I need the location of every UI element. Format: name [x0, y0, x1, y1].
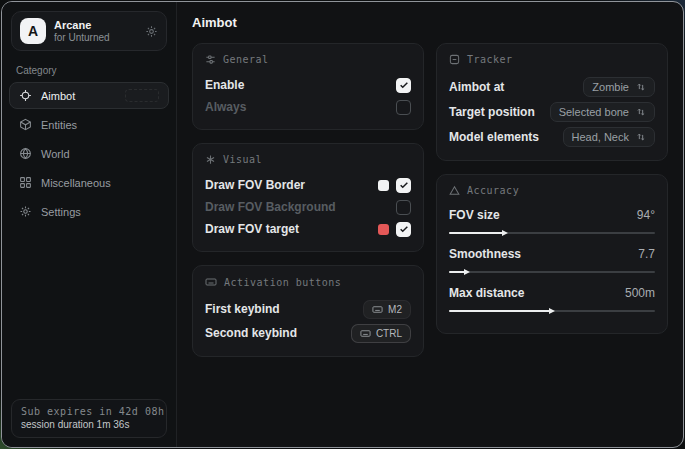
fov-border-row: Draw FOV Border — [205, 174, 411, 196]
app-window: A Arcane for Unturned Category — [1, 1, 684, 448]
smoothness-value: 7.7 — [638, 247, 655, 261]
sidebar-item-world[interactable]: World — [9, 140, 169, 167]
swap-arrows-icon — [636, 107, 646, 117]
fov-size-value: 94° — [637, 208, 655, 222]
sidebar: A Arcane for Unturned Category — [2, 2, 177, 447]
target-position-select[interactable]: Selected bone — [550, 102, 655, 122]
fov-target-row: Draw FOV target — [205, 218, 411, 240]
check-icon — [399, 180, 409, 190]
accuracy-card: Accuracy FOV size 94° Smoothness — [436, 174, 668, 334]
tracker-title: Tracker — [467, 54, 513, 65]
general-header: General — [205, 54, 411, 65]
sidebar-item-entities[interactable]: Entities — [9, 111, 169, 138]
always-label: Always — [205, 100, 246, 114]
target-position-row: Target position Selected bone — [449, 99, 655, 124]
fov-border-checkbox[interactable] — [396, 178, 411, 193]
app-logo: A — [20, 18, 46, 44]
general-title: General — [223, 54, 269, 65]
smoothness-label: Smoothness — [449, 247, 521, 261]
first-keybind-row: First keybind M2 — [205, 297, 411, 321]
always-row: Always — [205, 96, 411, 118]
slider-fill — [449, 310, 550, 312]
keyboard-icon — [372, 304, 383, 315]
fov-target-label: Draw FOV target — [205, 222, 299, 236]
right-column: Tracker Aimbot at Zombie — [436, 43, 668, 334]
max-distance-label: Max distance — [449, 286, 524, 300]
fov-background-label: Draw FOV Background — [205, 200, 336, 214]
settings-gear-icon — [19, 205, 32, 218]
max-distance-value: 500m — [625, 286, 655, 300]
model-elements-label: Model elements — [449, 130, 539, 144]
grid-icon — [19, 176, 32, 189]
sidebar-item-aimbot[interactable]: Aimbot — [9, 82, 169, 109]
second-keybind-label: Second keybind — [205, 326, 297, 340]
category-nav: Aimbot Entities — [2, 82, 176, 225]
tracker-card: Tracker Aimbot at Zombie — [436, 43, 668, 161]
sidebar-item-label: Entities — [41, 119, 77, 131]
always-checkbox[interactable] — [396, 100, 411, 115]
fov-size-slider[interactable] — [449, 232, 655, 234]
page-title: Aimbot — [192, 15, 668, 30]
check-icon — [399, 80, 409, 90]
ghost-badge — [125, 89, 159, 102]
session-duration-text: session duration 1m 36s — [21, 419, 157, 430]
activation-title: Activation buttons — [224, 277, 341, 288]
activation-card: Activation buttons First keybind — [192, 265, 424, 357]
target-position-value: Selected bone — [559, 106, 629, 118]
smoothness-slider[interactable] — [449, 271, 655, 273]
keyboard-icon — [360, 328, 371, 339]
sidebar-item-miscellaneous[interactable]: Miscellaneous — [9, 169, 169, 196]
enable-checkbox[interactable] — [396, 78, 411, 93]
max-distance-slider[interactable] — [449, 310, 655, 312]
fov-target-checkbox[interactable] — [396, 222, 411, 237]
fov-target-color-swatch[interactable] — [378, 224, 389, 235]
second-keybind-button[interactable]: CTRL — [351, 324, 411, 343]
aimbot-at-select[interactable]: Zombie — [583, 77, 655, 97]
gear-icon[interactable] — [145, 25, 158, 38]
fov-border-label: Draw FOV Border — [205, 178, 305, 192]
sub-expires-text: Sub expires in 42d 08h — [21, 406, 157, 417]
fov-border-color-swatch[interactable] — [378, 180, 389, 191]
visual-title: Visual — [223, 154, 262, 165]
fov-background-checkbox[interactable] — [396, 200, 411, 215]
model-elements-row: Model elements Head, Neck — [449, 124, 655, 149]
target-position-label: Target position — [449, 105, 535, 119]
left-column: General Enable Always — [192, 43, 424, 357]
enable-label: Enable — [205, 78, 244, 92]
sidebar-item-label: Aimbot — [41, 90, 75, 102]
triangle-icon — [449, 185, 460, 196]
logo-card: A Arcane for Unturned — [11, 11, 167, 51]
main-panel: Aimbot General — [177, 2, 683, 447]
category-label: Category — [16, 65, 176, 76]
sidebar-item-label: Settings — [41, 206, 81, 218]
keybind-value: CTRL — [376, 328, 402, 339]
check-icon — [399, 224, 409, 234]
crosshair-icon — [19, 89, 32, 102]
subscription-status-card: Sub expires in 42d 08h session duration … — [11, 399, 167, 438]
accuracy-header: Accuracy — [449, 185, 655, 196]
swap-arrows-icon — [636, 82, 646, 92]
tracker-header: Tracker — [449, 54, 655, 65]
model-elements-select[interactable]: Head, Neck — [563, 127, 655, 147]
sidebar-item-settings[interactable]: Settings — [9, 198, 169, 225]
accuracy-title: Accuracy — [467, 185, 519, 196]
swap-arrows-icon — [636, 132, 646, 142]
box-minus-icon — [449, 54, 460, 65]
sidebar-item-label: Miscellaneous — [41, 177, 111, 189]
keyboard-icon — [205, 276, 217, 288]
aimbot-at-value: Zombie — [592, 81, 629, 93]
first-keybind-button[interactable]: M2 — [363, 300, 411, 319]
app-subtitle: for Unturned — [54, 32, 137, 44]
visual-header: Visual — [205, 154, 411, 165]
visual-card: Visual Draw FOV Border — [192, 143, 424, 252]
logo-text: Arcane for Unturned — [54, 19, 137, 43]
model-elements-value: Head, Neck — [572, 131, 629, 143]
app-title: Arcane — [54, 19, 137, 32]
tune-icon — [205, 54, 216, 65]
fov-size-label: FOV size — [449, 208, 500, 222]
globe-icon — [19, 147, 32, 160]
slider-fill — [449, 232, 503, 234]
sidebar-item-label: World — [41, 148, 70, 160]
aimbot-at-label: Aimbot at — [449, 80, 504, 94]
activation-header: Activation buttons — [205, 276, 411, 288]
